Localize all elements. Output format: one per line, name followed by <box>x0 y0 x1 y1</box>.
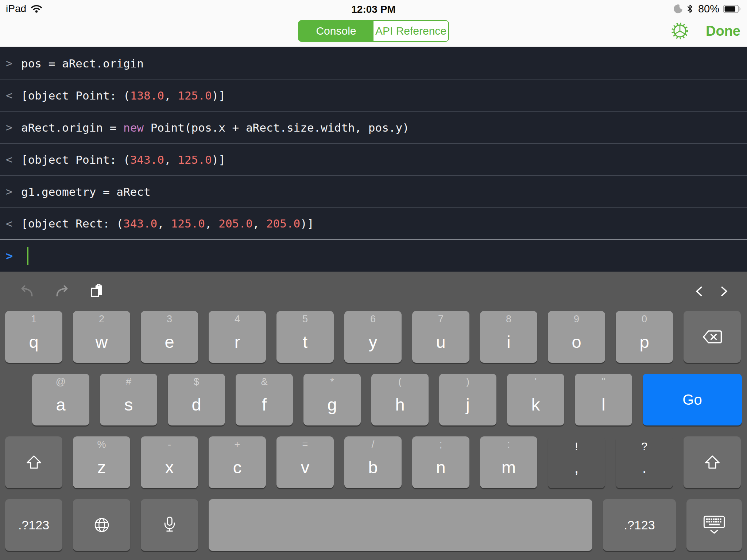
key-question-period[interactable]: ?. <box>616 436 673 488</box>
key-s[interactable]: #s <box>100 374 157 425</box>
done-button[interactable]: Done <box>706 23 740 39</box>
key-e[interactable]: 3e <box>141 311 198 363</box>
key-main-label: x <box>165 459 174 476</box>
key-main-label: f <box>262 396 267 413</box>
key-space[interactable] <box>209 499 592 551</box>
output-chevron-icon: < <box>6 89 21 102</box>
key-h[interactable]: (h <box>371 374 429 425</box>
text-cursor <box>27 247 28 265</box>
key-q[interactable]: 1q <box>5 311 62 363</box>
key-main-label: z <box>97 459 106 476</box>
keyboard-row-1: 1q2w3e4r5t6y7u8i9o0p <box>5 311 742 363</box>
key-backspace[interactable] <box>684 311 741 363</box>
key-z[interactable]: %z <box>73 436 130 488</box>
battery-icon <box>723 4 741 13</box>
key-l[interactable]: "l <box>575 374 632 425</box>
moon-icon <box>674 4 683 13</box>
paste-button[interactable] <box>90 284 105 299</box>
toolbar: Console API Reference Done <box>0 15 747 47</box>
keyboard-row-4: .?123.?123 <box>5 499 742 551</box>
keyboard-accessory-bar <box>5 272 742 311</box>
key-i[interactable]: 8i <box>480 311 537 363</box>
key-hint-label: = <box>276 440 334 450</box>
key-hint-label: 9 <box>548 314 605 324</box>
key-globe[interactable] <box>73 499 130 551</box>
key-c[interactable]: +c <box>209 436 266 488</box>
mic-icon <box>162 516 177 534</box>
battery-percent: 80% <box>698 3 719 15</box>
key-v[interactable]: =v <box>276 436 334 488</box>
key-x[interactable]: -x <box>141 436 198 488</box>
console-input-row: >g1.geometry = aRect <box>0 176 747 208</box>
key-main-label: i <box>507 333 510 350</box>
key-n[interactable]: ;n <box>412 436 469 488</box>
key-f[interactable]: &f <box>236 374 293 425</box>
key-main-label: y <box>369 333 378 350</box>
output-chevron-icon: < <box>6 153 21 166</box>
shift-icon <box>704 455 721 470</box>
cursor-right-button[interactable] <box>720 284 729 299</box>
undo-button[interactable] <box>18 284 35 298</box>
key-hint-label: " <box>575 377 632 387</box>
output-chevron-icon: < <box>6 217 21 230</box>
gear-icon[interactable] <box>670 21 690 41</box>
key-p[interactable]: 0p <box>616 311 673 363</box>
key-j[interactable]: )j <box>439 374 496 425</box>
key-label: Go <box>682 392 702 408</box>
key-w[interactable]: 2w <box>73 311 130 363</box>
key-hint-label: 1 <box>5 314 62 324</box>
redo-icon <box>54 284 71 298</box>
key-hint-label: 5 <box>276 314 334 324</box>
key-hint-label: - <box>141 440 198 450</box>
key-go[interactable]: Go <box>643 374 742 425</box>
key-main-label: h <box>395 396 405 413</box>
clock: 12:03 PM <box>0 4 747 15</box>
key-mic[interactable] <box>141 499 198 551</box>
key-t[interactable]: 5t <box>276 311 334 363</box>
app-screen: iPad 12:03 PM 80% Conso <box>0 0 747 560</box>
key-hint-label: + <box>209 440 266 450</box>
key-u[interactable]: 7u <box>412 311 469 363</box>
console-line-text: aRect.origin = new Point(pos.x + aRect.s… <box>21 121 409 134</box>
key-hint-label: : <box>480 440 537 450</box>
key-hint-label: 8 <box>480 314 537 324</box>
key-b[interactable]: /b <box>344 436 402 488</box>
key-r[interactable]: 4r <box>209 311 266 363</box>
tab-api-reference[interactable]: API Reference <box>374 21 448 41</box>
key-numbers-right[interactable]: .?123 <box>603 499 676 551</box>
key-dismiss[interactable] <box>686 499 742 551</box>
console-prompt-row[interactable]: > <box>0 240 747 272</box>
key-hint-label: ( <box>371 377 429 387</box>
key-main-label: g <box>327 396 337 413</box>
key-d[interactable]: $d <box>168 374 225 425</box>
status-bar: iPad 12:03 PM 80% <box>0 0 747 15</box>
key-shift-left[interactable] <box>5 436 62 488</box>
tab-console[interactable]: Console <box>299 21 374 41</box>
key-k[interactable]: 'k <box>507 374 564 425</box>
prompt-chevron-icon: > <box>6 185 21 198</box>
key-exclamation-comma[interactable]: !, <box>548 436 605 488</box>
key-hint-label: ' <box>507 377 564 387</box>
key-shift-right[interactable] <box>684 436 741 488</box>
key-main-label: j <box>466 396 469 413</box>
key-m[interactable]: :m <box>480 436 537 488</box>
key-main-label: c <box>233 459 242 476</box>
cursor-left-button[interactable] <box>694 284 704 299</box>
key-main-label: d <box>191 396 201 413</box>
key-y[interactable]: 6y <box>344 311 402 363</box>
key-hint-label: @ <box>32 377 89 387</box>
key-main-label: k <box>531 396 540 413</box>
prompt-chevron-icon: > <box>6 57 21 70</box>
key-g[interactable]: *g <box>303 374 361 425</box>
key-main-label: v <box>301 459 310 476</box>
keyboard: 1q2w3e4r5t6y7u8i9o0p@a#s$d&f*g(h)j'k"lGo… <box>0 272 747 560</box>
shift-icon <box>26 455 42 470</box>
key-hint-label: 0 <box>616 314 673 324</box>
redo-button[interactable] <box>54 284 71 298</box>
key-o[interactable]: 9o <box>548 311 605 363</box>
key-hint-label: / <box>344 440 402 450</box>
key-numbers-left[interactable]: .?123 <box>5 499 62 551</box>
key-a[interactable]: @a <box>32 374 89 425</box>
view-switcher: Console API Reference <box>298 20 449 42</box>
key-top-label: ! <box>548 441 605 452</box>
